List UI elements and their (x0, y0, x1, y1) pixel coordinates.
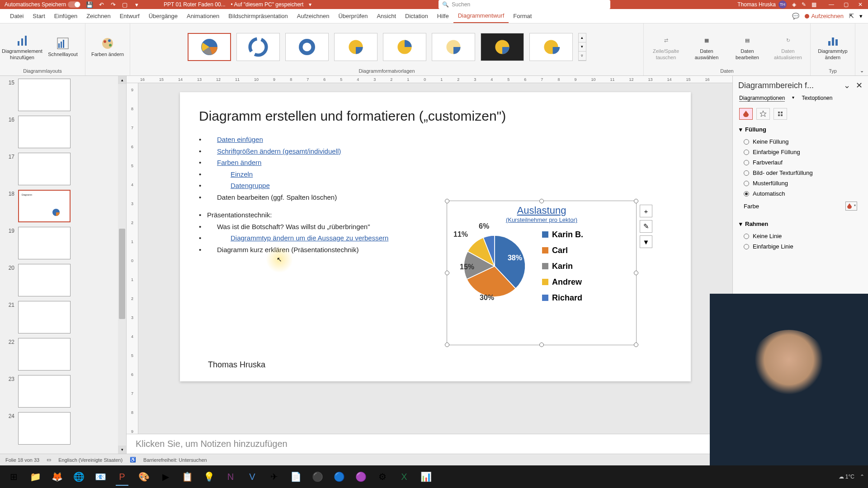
fill-section-header[interactable]: ▾Füllung (739, 126, 862, 133)
slide-thumbnail-21[interactable]: 21 (5, 301, 116, 333)
tab-zeichnen[interactable]: Zeichnen (82, 9, 115, 23)
slide-canvas[interactable]: Diagramm erstellen und formatieren („cus… (138, 83, 732, 434)
bullet-link[interactable]: Farben ändern (217, 159, 261, 166)
bullet-link[interactable]: Einzeln (231, 170, 253, 178)
thumb-preview[interactable]: Diagramm (18, 190, 71, 222)
chart-subtitle[interactable]: (Kursteilnehmer pro Lektor) (447, 216, 636, 223)
redo-icon[interactable]: ↷ (109, 1, 117, 8)
save-location[interactable]: • Auf "diesem PC" gespeichert (231, 1, 304, 8)
chart-style-7[interactable] (481, 33, 524, 61)
pen-icon[interactable]: ✎ (802, 1, 806, 8)
bullet-link[interactable]: Daten einfügen (217, 136, 263, 143)
autosave-toggle[interactable]: Automatisches Speichern (5, 1, 80, 8)
chart-style-5[interactable] (383, 33, 426, 61)
bullet-link[interactable]: Diagrammtyp ändern um die Aussage zu ver… (231, 234, 388, 242)
tab-animationen[interactable]: Animationen (182, 9, 224, 23)
app-icon[interactable]: 🎨 (134, 468, 154, 486)
tray-expand-icon[interactable]: ⌃ (860, 474, 864, 480)
settings-icon[interactable]: ⚙ (373, 468, 392, 486)
select-data-button[interactable]: ▦Daten auswählen (689, 33, 724, 60)
accessibility-icon[interactable]: ♿ (130, 457, 136, 463)
edit-data-button[interactable]: ▤Daten bearbeiten (730, 33, 765, 60)
thumb-preview[interactable] (18, 412, 71, 445)
tab-uebergaenge[interactable]: Übergänge (144, 9, 182, 23)
app-icon[interactable]: 🔵 (329, 468, 349, 486)
telegram-icon[interactable]: ✈ (264, 468, 284, 486)
slide-thumbnail-23[interactable]: 23 (5, 375, 116, 408)
chevron-down-icon[interactable]: ⌄ (844, 80, 850, 90)
notes-input[interactable]: Klicken Sie, um Notizen hinzuzufügen (127, 434, 732, 454)
bullet-link[interactable]: Schriftgrößen ändern (gesamt/individuell… (217, 147, 341, 155)
thumb-preview[interactable] (18, 227, 71, 259)
scroll-up-icon[interactable]: ▴ (118, 76, 126, 84)
refresh-data-button[interactable]: ↻Daten aktualisieren (770, 33, 806, 60)
chevron-down-icon[interactable]: ▾ (859, 13, 863, 19)
size-tab-icon[interactable] (774, 108, 787, 120)
outlook-icon[interactable]: 📧 (90, 468, 110, 486)
chevron-down-icon[interactable]: ▾ (792, 95, 794, 102)
slide-title[interactable]: Diagramm erstellen und formatieren („cus… (199, 108, 672, 124)
obs-icon[interactable]: ⚫ (307, 468, 327, 486)
share-icon[interactable]: ⇱ (849, 13, 854, 19)
slide-thumbnail-19[interactable]: 19 (5, 227, 116, 259)
dropdown-icon[interactable]: ▾ (309, 1, 311, 8)
app-icon[interactable]: 📋 (177, 468, 197, 486)
quick-layout-button[interactable]: Schnelllayout (45, 36, 80, 57)
language-icon[interactable]: ▭ (47, 457, 51, 463)
slide-thumbnail-24[interactable]: 24 (5, 412, 116, 445)
excel-icon[interactable]: X (394, 468, 414, 486)
border-option[interactable]: Einfarbige Linie (739, 241, 862, 252)
tab-entwurf[interactable]: Entwurf (115, 9, 144, 23)
chart-add-element-icon[interactable]: + (640, 205, 652, 217)
chrome-icon[interactable]: 🌐 (69, 468, 89, 486)
tab-start[interactable]: Start (28, 9, 49, 23)
search-input[interactable]: 🔍 Suchen (439, 0, 610, 9)
accessibility-status[interactable]: Barrierefreiheit: Untersuchen (143, 457, 207, 463)
thumb-preview[interactable] (18, 338, 71, 371)
chart-style-1[interactable] (188, 33, 231, 61)
explorer-icon[interactable]: 📁 (25, 468, 45, 486)
user-account[interactable]: Thomas Hruska TH (737, 0, 787, 9)
diamond-icon[interactable]: ◈ (792, 1, 796, 8)
vlc-icon[interactable]: ▶ (156, 468, 175, 486)
app-icon[interactable]: 🟣 (351, 468, 371, 486)
tab-aufzeichnen[interactable]: Aufzeichnen (292, 9, 334, 23)
comments-icon[interactable]: 💬 (792, 13, 799, 19)
app-icon[interactable]: 📊 (416, 468, 436, 486)
maximize-icon[interactable]: ▢ (843, 1, 849, 8)
pane-tab-text[interactable]: Textoptionen (802, 95, 832, 102)
border-option[interactable]: Keine Linie (739, 231, 862, 241)
tab-format[interactable]: Format (509, 9, 536, 23)
calendar-icon[interactable]: ▦ (811, 1, 816, 8)
chart-style-4[interactable] (334, 33, 377, 61)
slide-thumbnail-18[interactable]: 18 Diagramm (5, 190, 116, 222)
language-status[interactable]: Englisch (Vereinigte Staaten) (58, 457, 123, 463)
switch-row-col-button[interactable]: ⇄Zeile/Spalte tauschen (648, 33, 684, 60)
chart-filter-icon[interactable]: ▼ (640, 235, 652, 248)
chart-style-icon[interactable]: ✎ (640, 220, 652, 233)
add-chart-element-button[interactable]: Diagrammelement hinzufügen (5, 33, 40, 60)
fill-option[interactable]: Farbverlauf (739, 157, 862, 168)
chart-style-8[interactable] (529, 33, 573, 61)
chart-object[interactable]: Auslastung (Kursteilnehmer pro Lektor) 3… (447, 201, 637, 345)
legend-item[interactable]: Carl (542, 246, 583, 255)
slideshow-icon[interactable]: ▢ (121, 1, 128, 8)
app-icon[interactable]: V (242, 468, 262, 486)
tab-diagrammentwurf[interactable]: Diagrammentwurf (453, 9, 509, 23)
fill-option[interactable]: Einfarbige Füllung (739, 147, 862, 157)
slide-thumbnail-22[interactable]: 22 (5, 338, 116, 371)
chart-legend[interactable]: Karin B.CarlKarinAndrewRichard (542, 230, 583, 303)
fill-option[interactable]: Musterfüllung (739, 178, 862, 188)
legend-item[interactable]: Andrew (542, 277, 583, 287)
tab-dictation[interactable]: Dictation (401, 9, 433, 23)
record-button[interactable]: Aufzeichnen (805, 13, 844, 19)
styles-scroll[interactable]: ▴▾▿ (578, 33, 586, 61)
tab-ueberpruefen[interactable]: Überprüfen (334, 9, 372, 23)
bullet-link[interactable]: Datengruppe (231, 182, 270, 189)
minimize-icon[interactable]: — (828, 1, 835, 8)
border-section-header[interactable]: ▾Rahmen (739, 221, 862, 227)
close-pane-icon[interactable]: ✕ (856, 80, 863, 90)
color-picker-button[interactable] (845, 202, 857, 211)
fill-option[interactable]: Automatisch (739, 188, 862, 199)
slide-thumbnail-17[interactable]: 17 (5, 153, 116, 185)
